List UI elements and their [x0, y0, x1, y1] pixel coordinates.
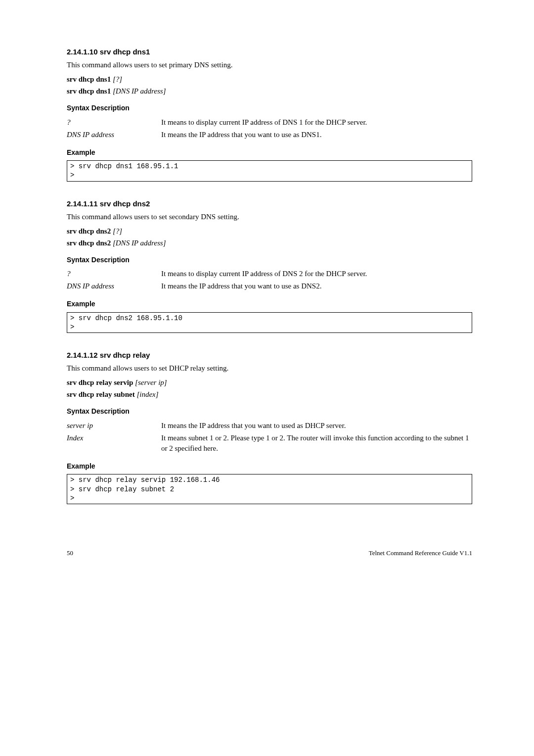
param-name: Index — [67, 432, 161, 455]
param-name: DNS IP address — [67, 129, 161, 141]
example-code: > srv dhcp relay servip 192.168.1.46 > s… — [67, 474, 472, 504]
syntax-cmd: srv dhcp relay subnet — [67, 390, 135, 398]
syntax-arg: [DNS IP address] — [113, 239, 166, 247]
syntax-description-heading: Syntax Description — [67, 407, 472, 417]
syntax-cmd: srv dhcp dns2 — [67, 227, 111, 235]
syntax-line: srv dhcp dns1 [DNS IP address] — [67, 86, 472, 96]
section-intro: This command allows users to set primary… — [67, 60, 472, 70]
example-heading: Example — [67, 299, 472, 309]
syntax-line: srv dhcp dns2 [?] — [67, 226, 472, 236]
syntax-arg: [DNS IP address] — [113, 87, 166, 95]
syntax-arg: [?] — [113, 227, 122, 235]
syntax-description-heading: Syntax Description — [67, 103, 472, 113]
table-row: DNS IP address It means the IP address t… — [67, 280, 472, 292]
syntax-cmd: srv dhcp dns1 — [67, 75, 111, 83]
syntax-cmd: srv dhcp dns1 — [67, 87, 111, 95]
example-heading: Example — [67, 462, 472, 472]
syntax-line: srv dhcp dns1 [?] — [67, 74, 472, 85]
table-row: ? It means to display current IP address… — [67, 268, 472, 280]
table-row: ? It means to display current IP address… — [67, 116, 472, 129]
section-heading: 2.14.1.11 srv dhcp dns2 — [67, 198, 472, 209]
syntax-table: ? It means to display current IP address… — [67, 116, 472, 141]
syntax-table: server ip It means the IP address that y… — [67, 420, 472, 455]
syntax-cmd: srv dhcp relay servip — [67, 378, 133, 386]
syntax-line: srv dhcp relay servip [server ip] — [67, 378, 472, 388]
table-row: Index It means subnet 1 or 2. Please typ… — [67, 432, 472, 455]
param-name: ? — [67, 116, 161, 129]
param-name: server ip — [67, 420, 161, 432]
page-number: 50 — [67, 549, 73, 558]
section-heading: 2.14.1.10 srv dhcp dns1 — [67, 47, 472, 57]
param-desc: It means the IP address that you want to… — [161, 280, 472, 292]
page-footer: 50 Telnet Command Reference Guide V1.1 — [67, 549, 472, 558]
syntax-arg: [server ip] — [135, 378, 167, 386]
section-heading: 2.14.1.12 srv dhcp relay — [67, 350, 472, 360]
example-heading: Example — [67, 148, 472, 158]
syntax-description-heading: Syntax Description — [67, 255, 472, 265]
syntax-arg: [index] — [136, 390, 158, 398]
param-name: DNS IP address — [67, 280, 161, 292]
syntax-line: srv dhcp dns2 [DNS IP address] — [67, 238, 472, 248]
example-code: > srv dhcp dns1 168.95.1.1 > — [67, 160, 472, 181]
param-desc: It means the IP address that you want to… — [161, 420, 472, 432]
table-row: server ip It means the IP address that y… — [67, 420, 472, 432]
syntax-cmd: srv dhcp dns2 — [67, 239, 111, 247]
section-relay: 2.14.1.12 srv dhcp relay This command al… — [67, 350, 472, 504]
param-desc: It means to display current IP address o… — [161, 116, 472, 129]
footer-title: Telnet Command Reference Guide V1.1 — [369, 549, 472, 558]
syntax-arg: [?] — [113, 75, 122, 83]
section-intro: This command allows users to set seconda… — [67, 212, 472, 222]
section-dns2: 2.14.1.11 srv dhcp dns2 This command all… — [67, 198, 472, 333]
table-row: DNS IP address It means the IP address t… — [67, 129, 472, 141]
section-intro: This command allows users to set DHCP re… — [67, 363, 472, 374]
param-desc: It means the IP address that you want to… — [161, 129, 472, 141]
section-dns1: 2.14.1.10 srv dhcp dns1 This command all… — [67, 47, 472, 182]
param-desc: It means to display current IP address o… — [161, 268, 472, 280]
syntax-table: ? It means to display current IP address… — [67, 268, 472, 292]
example-code: > srv dhcp dns2 168.95.1.10 > — [67, 312, 472, 333]
param-name: ? — [67, 268, 161, 280]
param-desc: It means subnet 1 or 2. Please type 1 or… — [161, 432, 472, 455]
syntax-line: srv dhcp relay subnet [index] — [67, 389, 472, 400]
